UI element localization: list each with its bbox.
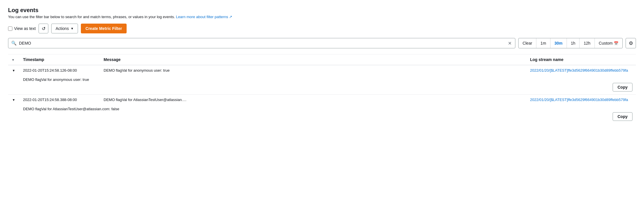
page-title: Log events	[8, 7, 636, 14]
th-message: Message	[100, 54, 527, 65]
clear-search-icon[interactable]: ✕	[507, 40, 512, 47]
time-30m-button[interactable]: 30m	[550, 38, 567, 48]
calendar-icon: 📅	[614, 41, 618, 45]
copy-button-1[interactable]: Copy	[613, 83, 632, 92]
time-1m-button[interactable]: 1m	[536, 38, 550, 48]
message-cell-1: DEMO flagVal for anonymous user: true	[100, 65, 527, 76]
search-icon: 🔍	[11, 41, 17, 46]
table-row: ▼ 2022-01-20T15:24:58.126-08:00 DEMO fla…	[8, 65, 636, 76]
time-12h-button[interactable]: 12h	[580, 38, 595, 48]
page-subtitle: You can use the filter bar below to sear…	[8, 15, 636, 19]
view-as-text-checkbox[interactable]	[8, 26, 12, 31]
actions-button[interactable]: Actions ▼	[51, 24, 78, 33]
logstream-cell-1: 2022/01/20/[$LATEST]ffe3d5629f664901b30d…	[527, 65, 636, 76]
expanded-text-1: DEMO flagVal for anonymous user: true	[8, 76, 636, 83]
settings-icon: ⚙	[629, 40, 633, 46]
expand-button-1[interactable]: ▼	[12, 68, 16, 73]
expanded-row-1: DEMO flagVal for anonymous user: true Co…	[8, 76, 636, 95]
th-timestamp: Timestamp	[20, 54, 100, 65]
time-1h-button[interactable]: 1h	[567, 38, 580, 48]
learn-more-link[interactable]: Learn more about filter patterns ↗	[176, 15, 232, 19]
th-expand: ▼	[8, 54, 20, 65]
sort-icon: ▼	[12, 58, 15, 62]
log-events-table: ▼ Timestamp Message Log stream name ▼ 20…	[8, 54, 636, 124]
expand-cell-1: ▼	[8, 65, 20, 76]
copy-row-1: Copy	[8, 83, 636, 94]
table-row: ▼ 2022-01-20T15:24:58.388-08:00 DEMO fla…	[8, 95, 636, 105]
log-stream-link-1[interactable]: 2022/01/20/[$LATEST]ffe3d5629f664901b30d…	[530, 68, 628, 73]
timestamp-cell-1: 2022-01-20T15:24:58.126-08:00	[20, 65, 100, 76]
view-as-text-label[interactable]: View as text	[8, 26, 36, 31]
search-input-wrapper: 🔍 ✕	[8, 38, 515, 48]
search-input[interactable]	[19, 41, 505, 45]
settings-button[interactable]: ⚙	[626, 38, 636, 48]
table-header: ▼ Timestamp Message Log stream name	[8, 54, 636, 65]
time-clear-button[interactable]: Clear	[519, 38, 536, 48]
logstream-cell-2: 2022/01/20/[$LATEST]ffe3d5629f664901b30d…	[527, 95, 636, 105]
time-controls: Clear 1m 30m 1h 12h Custom 📅	[518, 38, 623, 48]
search-bar: 🔍 ✕ Clear 1m 30m 1h 12h Custom 📅 ⚙	[8, 38, 636, 48]
expand-button-2[interactable]: ▼	[12, 98, 16, 102]
refresh-button[interactable]: ↺	[39, 24, 48, 33]
log-stream-link-2[interactable]: 2022/01/20/[$LATEST]ffe3d5629f664901b30d…	[530, 98, 628, 102]
th-logstream: Log stream name	[527, 54, 636, 65]
expand-cell-2: ▼	[8, 95, 20, 105]
refresh-icon: ↺	[42, 26, 45, 31]
actions-dropdown-icon: ▼	[71, 27, 74, 30]
time-custom-button[interactable]: Custom 📅	[595, 38, 622, 48]
timestamp-cell-2: 2022-01-20T15:24:58.388-08:00	[20, 95, 100, 105]
toolbar: View as text ↺ Actions ▼ Create Metric F…	[8, 24, 636, 33]
message-cell-2: DEMO flagVal for AtlassianTestUser@atlas…	[100, 95, 527, 105]
expanded-row-2: DEMO flagVal for AtlassianTestUser@atlas…	[8, 105, 636, 124]
create-metric-filter-button[interactable]: Create Metric Filter	[81, 24, 127, 33]
copy-button-2[interactable]: Copy	[613, 112, 632, 121]
expanded-text-2: DEMO flagVal for AtlassianTestUser@atlas…	[8, 105, 636, 112]
copy-row-2: Copy	[8, 112, 636, 124]
